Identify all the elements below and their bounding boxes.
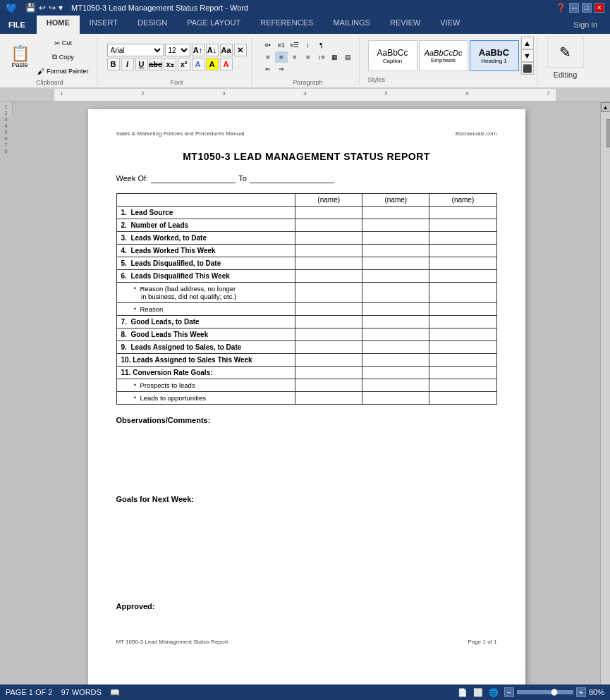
tab-home[interactable]: HOME: [37, 16, 80, 34]
align-right-btn[interactable]: ≡: [288, 51, 301, 63]
grow-font-btn[interactable]: A↑: [192, 44, 205, 56]
multilevel-btn[interactable]: ≡☰: [288, 39, 301, 51]
sign-in-link[interactable]: Sign in: [566, 20, 604, 29]
tab-review[interactable]: REVIEW: [380, 16, 430, 34]
align-left-btn[interactable]: ≡: [262, 51, 274, 63]
doc-header: Sales & Marketing Policies and Procedure…: [116, 130, 497, 137]
observations-section: Observations/Comments:: [116, 416, 497, 467]
table-row: 8. Good Leads This Week: [116, 328, 496, 341]
subscript-btn[interactable]: x₂: [164, 58, 176, 70]
clipboard-label: Clipboard: [36, 79, 63, 86]
paragraph-label: Paragraph: [293, 79, 323, 86]
close-btn[interactable]: ✕: [594, 3, 604, 13]
row-1-col4[interactable]: [429, 207, 496, 219]
zoom-slider[interactable]: [517, 690, 573, 694]
language-icon: 📖: [110, 688, 120, 697]
save-quick-btn[interactable]: 💾: [25, 3, 36, 13]
font-label: Font: [171, 79, 183, 86]
observations-content[interactable]: [116, 424, 497, 467]
main-area: 12345678 Sales & Marketing Policies and …: [0, 102, 610, 700]
zoom-out-btn[interactable]: −: [504, 687, 514, 697]
week-of-value[interactable]: [151, 173, 236, 183]
styles-more[interactable]: ⬛: [521, 62, 534, 75]
line-spacing-btn[interactable]: ↕≡: [315, 51, 328, 63]
goals-content[interactable]: [116, 503, 497, 560]
clipboard-group: 📋 Paste ✂ Cut ⧉ Copy 🖌 Format Painter: [3, 37, 97, 86]
customize-quick-btn[interactable]: ▾: [59, 3, 63, 13]
decrease-indent-btn[interactable]: ⇐: [262, 63, 274, 75]
strikethrough-btn[interactable]: abc: [150, 58, 162, 70]
table-row: 2. Number of Leads: [116, 219, 496, 232]
superscript-btn[interactable]: x²: [178, 58, 190, 70]
zoom-bar: − + 80%: [504, 687, 604, 697]
increase-indent-btn[interactable]: ⇒: [275, 63, 288, 75]
shrink-font-btn[interactable]: A↓: [206, 44, 219, 56]
to-value[interactable]: [250, 173, 334, 183]
style-normal[interactable]: AaBbCc Caption: [368, 40, 417, 71]
tab-design[interactable]: DESIGN: [128, 16, 177, 34]
doc-footer-right: Page 1 of 1: [468, 639, 497, 645]
file-tab[interactable]: FILE: [0, 16, 34, 34]
tab-view[interactable]: VIEW: [430, 16, 470, 34]
row-2-col3[interactable]: [362, 219, 429, 232]
ruler-area: 1234567: [0, 88, 610, 102]
tab-insert[interactable]: INSERT: [80, 16, 128, 34]
doc-header-left: Sales & Marketing Policies and Procedure…: [116, 130, 245, 137]
vertical-scrollbar[interactable]: ▲ ▼: [600, 102, 610, 700]
bullets-btn[interactable]: ≡•: [262, 39, 274, 51]
numbering-btn[interactable]: ≡1: [275, 39, 288, 51]
table-row: 1. Lead Source: [116, 207, 496, 219]
redo-quick-btn[interactable]: ↪: [49, 3, 56, 13]
font-family-select[interactable]: Arial: [107, 44, 164, 56]
bold-btn[interactable]: B: [107, 58, 120, 70]
borders-btn[interactable]: ▤: [342, 51, 355, 63]
align-center-btn[interactable]: ≡: [275, 51, 288, 63]
cut-btn[interactable]: ✂ Cut: [34, 37, 92, 49]
title-bar: 💙 💾 ↩ ↪ ▾ MT1050-3 Lead Management Statu…: [0, 0, 610, 16]
change-case-btn[interactable]: Aa: [220, 44, 233, 56]
help-btn[interactable]: ❓: [556, 3, 566, 13]
font-color-btn[interactable]: A: [220, 58, 233, 70]
row-1-col3[interactable]: [362, 207, 429, 219]
font-size-select[interactable]: 12: [165, 44, 190, 56]
web-layout-icon[interactable]: 🌐: [489, 688, 499, 697]
print-layout-icon[interactable]: ⬜: [473, 688, 483, 697]
italic-btn[interactable]: I: [121, 58, 134, 70]
justify-btn[interactable]: ≡: [302, 51, 315, 63]
scroll-thumb[interactable]: [606, 119, 611, 147]
row-1-col2[interactable]: [295, 207, 362, 219]
clear-format-btn[interactable]: ✕: [234, 44, 247, 56]
row-2-col4[interactable]: [429, 219, 496, 232]
row-6b-label: * Reason: [116, 303, 295, 316]
editing-btn[interactable]: ✎: [547, 37, 584, 68]
maximize-btn[interactable]: □: [582, 3, 592, 13]
tab-mailings[interactable]: MAILINGS: [323, 16, 380, 34]
shading-btn[interactable]: ▦: [329, 51, 341, 63]
zoom-thumb[interactable]: [551, 689, 558, 696]
styles-scroll-down[interactable]: ▼: [521, 49, 534, 62]
show-para-btn[interactable]: ¶: [315, 39, 328, 51]
style-no-spacing[interactable]: AaBbCcDc Emphasis: [419, 40, 468, 71]
style-heading1[interactable]: AaBbC Heading 1: [470, 40, 519, 71]
styles-scroll-up[interactable]: ▲: [521, 37, 534, 49]
sort-btn[interactable]: ↕: [302, 39, 315, 51]
row-9-label: 9. Leads Assigned to Sales, to Date: [116, 341, 295, 354]
scroll-up-btn[interactable]: ▲: [601, 102, 611, 112]
ribbon-tabs: HOME INSERT DESIGN PAGE LAYOUT REFERENCE…: [34, 16, 567, 34]
ribbon: FILE HOME INSERT DESIGN PAGE LAYOUT REFE…: [0, 16, 610, 88]
highlight-btn[interactable]: A: [206, 58, 219, 70]
format-painter-btn[interactable]: 🖌 Format Painter: [34, 65, 92, 78]
minimize-btn[interactable]: —: [569, 3, 579, 13]
status-right: 📄 ⬜ 🌐 − + 80%: [458, 687, 604, 697]
undo-quick-btn[interactable]: ↩: [39, 3, 46, 13]
underline-btn[interactable]: U: [135, 58, 148, 70]
tab-page-layout[interactable]: PAGE LAYOUT: [177, 16, 250, 34]
read-mode-icon[interactable]: 📄: [458, 688, 468, 697]
paste-btn[interactable]: 📋 Paste: [7, 42, 32, 73]
header-col4: (name): [429, 194, 496, 207]
tab-references[interactable]: REFERENCES: [250, 16, 323, 34]
zoom-in-btn[interactable]: +: [576, 687, 586, 697]
copy-btn[interactable]: ⧉ Copy: [34, 51, 92, 63]
row-2-col2[interactable]: [295, 219, 362, 232]
text-effects-btn[interactable]: A: [192, 58, 205, 70]
